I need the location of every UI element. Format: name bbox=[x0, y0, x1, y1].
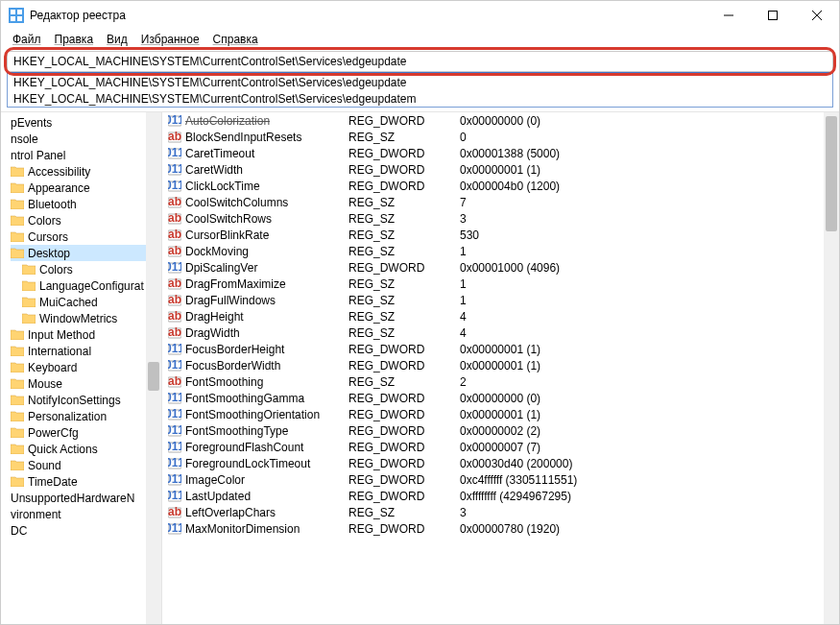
value-data: 0x00001000 (4096) bbox=[460, 261, 839, 275]
value-row[interactable]: FocusBorderHeightREG_DWORD0x00000001 (1) bbox=[168, 341, 839, 357]
value-row[interactable]: CursorBlinkRateREG_SZ530 bbox=[168, 227, 839, 243]
tree-node[interactable]: MuiCached bbox=[11, 294, 159, 310]
value-row[interactable]: DragFullWindowsREG_SZ1 bbox=[168, 292, 839, 308]
value-data: 0x00000001 (1) bbox=[460, 359, 839, 373]
maximize-button[interactable] bbox=[751, 1, 795, 30]
tree-node[interactable]: ntrol Panel bbox=[11, 147, 159, 163]
dword-value-icon bbox=[168, 163, 185, 177]
value-type: REG_DWORD bbox=[348, 163, 460, 177]
tree-node[interactable]: LanguageConfigurat bbox=[11, 277, 159, 294]
tree-node-label: Accessibility bbox=[28, 165, 90, 179]
tree-node[interactable]: nsole bbox=[11, 131, 159, 147]
value-row[interactable]: FocusBorderWidthREG_DWORD0x00000001 (1) bbox=[168, 357, 839, 373]
tree-node[interactable]: Colors bbox=[11, 261, 159, 277]
value-row[interactable]: ClickLockTimeREG_DWORD0x000004b0 (1200) bbox=[168, 178, 839, 194]
list-scrollbar[interactable] bbox=[824, 112, 839, 624]
tree-scrollbar[interactable] bbox=[146, 112, 161, 624]
tree-node[interactable]: NotifyIconSettings bbox=[11, 392, 159, 408]
value-row[interactable]: DockMovingREG_SZ1 bbox=[168, 243, 839, 259]
tree-node-label: NotifyIconSettings bbox=[28, 394, 121, 407]
tree-node[interactable]: Sound bbox=[11, 457, 159, 473]
value-name: ForegroundFlashCount bbox=[185, 441, 348, 454]
value-row[interactable]: FontSmoothingTypeREG_DWORD0x00000002 (2) bbox=[168, 422, 839, 439]
dword-value-icon bbox=[168, 490, 185, 503]
tree-node[interactable]: TimeDate bbox=[11, 473, 159, 490]
menu-edit[interactable]: Правка bbox=[49, 31, 100, 48]
value-row[interactable]: ImageColorREG_DWORD0xc4ffffff (330511155… bbox=[168, 471, 839, 488]
folder-icon bbox=[11, 444, 24, 454]
string-value-icon bbox=[168, 506, 185, 519]
tree-node-label: Appearance bbox=[28, 181, 90, 195]
tree-node[interactable]: Appearance bbox=[11, 180, 159, 196]
value-row[interactable]: FontSmoothingREG_SZ2 bbox=[168, 373, 839, 390]
tree-node-label: ntrol Panel bbox=[11, 149, 65, 162]
minimize-button[interactable] bbox=[707, 1, 751, 30]
folder-icon bbox=[11, 329, 24, 340]
tree-node[interactable]: DC bbox=[11, 522, 159, 539]
value-row[interactable]: DragFromMaximizeREG_SZ1 bbox=[168, 276, 839, 292]
tree-node[interactable]: Mouse bbox=[11, 375, 159, 392]
menu-favorites[interactable]: Избранное bbox=[135, 31, 205, 48]
tree-node[interactable]: Personalization bbox=[11, 408, 159, 424]
value-row[interactable]: CoolSwitchRowsREG_SZ3 bbox=[168, 210, 839, 227]
value-row[interactable]: ForegroundLockTimeoutREG_DWORD0x00030d40… bbox=[168, 455, 839, 471]
tree-node[interactable]: Bluetooth bbox=[11, 196, 159, 212]
value-row[interactable]: FontSmoothingOrientationREG_DWORD0x00000… bbox=[168, 406, 839, 422]
values-pane[interactable]: AutoColorizationREG_DWORD0x00000000 (0)B… bbox=[162, 112, 839, 624]
value-type: REG_DWORD bbox=[348, 424, 460, 438]
string-value-icon bbox=[168, 375, 185, 389]
value-row[interactable]: CaretWidthREG_DWORD0x00000001 (1) bbox=[168, 161, 839, 178]
tree-node[interactable]: Desktop bbox=[11, 245, 159, 261]
value-row[interactable]: LastUpdatedREG_DWORD0xffffffff (42949672… bbox=[168, 488, 839, 504]
folder-icon bbox=[11, 199, 24, 209]
close-button[interactable] bbox=[795, 1, 839, 30]
tree-node-label: Colors bbox=[28, 214, 61, 228]
folder-icon bbox=[11, 182, 24, 193]
string-value-icon bbox=[168, 196, 185, 209]
folder-icon bbox=[11, 395, 24, 405]
menu-view[interactable]: Вид bbox=[101, 31, 133, 48]
value-name: BlockSendInputResets bbox=[185, 131, 348, 144]
value-row[interactable]: LeftOverlapCharsREG_SZ3 bbox=[168, 504, 839, 520]
value-row[interactable]: AutoColorizationREG_DWORD0x00000000 (0) bbox=[168, 112, 839, 129]
value-name: CaretTimeout bbox=[185, 147, 348, 160]
value-row[interactable]: MaxMonitorDimensionREG_DWORD0x00000780 (… bbox=[168, 520, 839, 537]
tree-node-label: Personalization bbox=[28, 410, 107, 423]
tree-node[interactable]: UnsupportedHardwareN bbox=[11, 490, 159, 506]
tree-pane[interactable]: pEventsnsolentrol PanelAccessibilityAppe… bbox=[1, 112, 162, 624]
value-type: REG_SZ bbox=[348, 212, 460, 226]
tree-node-label: Bluetooth bbox=[28, 198, 77, 211]
tree-node[interactable]: Keyboard bbox=[11, 359, 159, 375]
tree-node[interactable]: PowerCfg bbox=[11, 424, 159, 441]
suggestion-item[interactable]: HKEY_LOCAL_MACHINE\SYSTEM\CurrentControl… bbox=[8, 74, 832, 90]
value-row[interactable]: CoolSwitchColumnsREG_SZ7 bbox=[168, 194, 839, 210]
value-row[interactable]: CaretTimeoutREG_DWORD0x00001388 (5000) bbox=[168, 145, 839, 161]
value-row[interactable]: ForegroundFlashCountREG_DWORD0x00000007 … bbox=[168, 439, 839, 455]
titlebar[interactable]: Редактор реестра bbox=[1, 1, 839, 30]
tree-node[interactable]: pEvents bbox=[11, 114, 159, 131]
tree-node[interactable]: International bbox=[11, 343, 159, 359]
tree-node[interactable]: Colors bbox=[11, 212, 159, 228]
value-row[interactable]: BlockSendInputResetsREG_SZ0 bbox=[168, 129, 839, 145]
menu-file[interactable]: Файл bbox=[7, 31, 47, 48]
value-row[interactable]: DpiScalingVerREG_DWORD0x00001000 (4096) bbox=[168, 259, 839, 276]
tree-node[interactable]: Accessibility bbox=[11, 163, 159, 180]
value-type: REG_SZ bbox=[348, 277, 460, 291]
value-row[interactable]: DragHeightREG_SZ4 bbox=[168, 308, 839, 325]
tree-node[interactable]: Quick Actions bbox=[11, 441, 159, 457]
address-bar bbox=[7, 51, 833, 72]
tree-node[interactable]: Input Method bbox=[11, 326, 159, 343]
tree-node[interactable]: WindowMetrics bbox=[11, 310, 159, 326]
suggestion-item[interactable]: HKEY_LOCAL_MACHINE\SYSTEM\CurrentControl… bbox=[8, 90, 832, 107]
value-row[interactable]: FontSmoothingGammaREG_DWORD0x00000000 (0… bbox=[168, 390, 839, 406]
dword-value-icon bbox=[168, 457, 185, 470]
tree-node[interactable]: Cursors bbox=[11, 228, 159, 245]
value-row[interactable]: DragWidthREG_SZ4 bbox=[168, 325, 839, 341]
menu-help[interactable]: Справка bbox=[207, 31, 264, 48]
value-name: FontSmoothingType bbox=[185, 424, 348, 438]
value-name: FocusBorderHeight bbox=[185, 343, 348, 356]
address-input[interactable] bbox=[8, 52, 832, 71]
dword-value-icon bbox=[168, 359, 185, 373]
tree-node[interactable]: vironment bbox=[11, 506, 159, 522]
value-name: DragFromMaximize bbox=[185, 277, 348, 291]
